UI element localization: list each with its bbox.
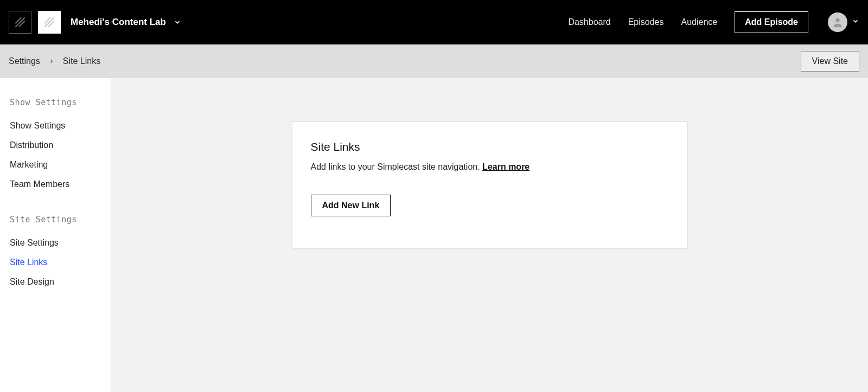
sidebar-item-site-design[interactable]: Site Design (10, 272, 101, 292)
app-logo-icon[interactable] (9, 11, 31, 34)
add-episode-button[interactable]: Add Episode (735, 11, 808, 33)
workspace-tile-icon[interactable] (38, 11, 61, 34)
account-menu[interactable] (828, 12, 859, 32)
learn-more-link[interactable]: Learn more (482, 162, 529, 171)
nav-dashboard[interactable]: Dashboard (568, 17, 610, 27)
topbar: Mehedi's Content Lab Dashboard Episodes … (0, 0, 868, 44)
sidebar-item-marketing[interactable]: Marketing (10, 155, 101, 175)
breadcrumb-root[interactable]: Settings (9, 56, 40, 66)
svg-point-0 (835, 18, 839, 22)
breadcrumb-bar: Settings Site Links View Site (0, 44, 868, 78)
settings-sidebar: Show Settings Show Settings Distribution… (0, 78, 111, 392)
sidebar-heading-site-settings: Site Settings (10, 215, 101, 224)
sidebar-item-distribution[interactable]: Distribution (10, 136, 101, 155)
sidebar-heading-show-settings: Show Settings (10, 98, 101, 107)
chevron-down-icon (852, 17, 859, 27)
view-site-button[interactable]: View Site (801, 51, 859, 72)
sidebar-item-site-links[interactable]: Site Links (10, 253, 101, 272)
top-nav: Dashboard Episodes Audience (568, 17, 717, 27)
sidebar-group-show-settings: Show Settings Show Settings Distribution… (10, 98, 101, 194)
workspace-name[interactable]: Mehedi's Content Lab (71, 17, 166, 28)
sidebar-item-team-members[interactable]: Team Members (10, 175, 101, 194)
body: Show Settings Show Settings Distribution… (0, 78, 868, 392)
avatar-icon (828, 12, 847, 32)
card-title: Site Links (311, 140, 669, 153)
site-links-card: Site Links Add links to your Simplecast … (292, 121, 688, 248)
workspace-dropdown[interactable] (174, 18, 181, 26)
nav-episodes[interactable]: Episodes (628, 17, 664, 27)
card-description-text: Add links to your Simplecast site naviga… (311, 162, 483, 171)
chevron-right-icon (49, 59, 54, 64)
add-new-link-button[interactable]: Add New Link (311, 195, 391, 216)
sidebar-group-site-settings: Site Settings Site Settings Site Links S… (10, 215, 101, 292)
breadcrumb-current: Site Links (63, 56, 100, 66)
card-description: Add links to your Simplecast site naviga… (311, 162, 669, 172)
sidebar-item-show-settings[interactable]: Show Settings (10, 116, 101, 136)
sidebar-item-site-settings[interactable]: Site Settings (10, 233, 101, 253)
main-area: Site Links Add links to your Simplecast … (111, 78, 868, 392)
nav-audience[interactable]: Audience (681, 17, 718, 27)
